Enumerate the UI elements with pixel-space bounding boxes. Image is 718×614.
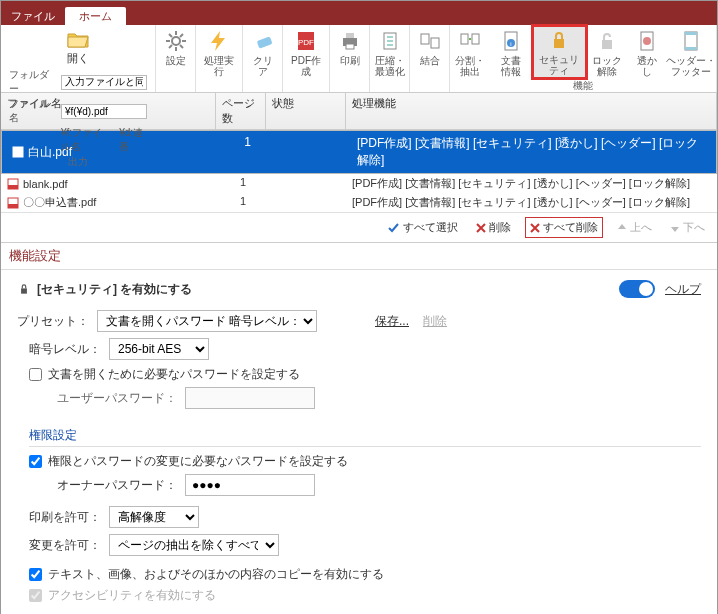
headerfooter-button[interactable]: ヘッダー・ フッター	[667, 25, 716, 79]
watermark-button[interactable]: 透かし	[627, 25, 667, 79]
run-button[interactable]: 処理実行	[196, 25, 243, 92]
preset-delete-link[interactable]: 削除	[423, 313, 447, 330]
run-label: 処理実行	[202, 55, 236, 77]
col-page[interactable]: ページ数	[216, 93, 266, 129]
open-button[interactable]: 開く	[59, 27, 97, 66]
col-status[interactable]: 状態	[266, 93, 346, 129]
svg-rect-36	[21, 288, 27, 293]
col-proc[interactable]: 処理機能	[346, 93, 717, 129]
accessibility-label: アクセシビリティを有効にする	[48, 587, 216, 604]
copy-checkbox[interactable]	[29, 568, 42, 581]
svg-rect-16	[421, 34, 429, 44]
delete-button[interactable]: 削除	[472, 218, 515, 237]
filename-input[interactable]	[61, 104, 147, 119]
unlock-icon	[595, 29, 619, 53]
enable-security-row: [セキュリティ] を有効にする	[17, 281, 192, 298]
filename-label: ファイル名	[9, 97, 57, 125]
compress-label: 圧縮・ 最適化	[375, 55, 405, 77]
table-row[interactable]: 〇〇申込書.pdf1[PDF作成] [文書情報] [セキュリティ] [透かし] …	[1, 193, 717, 212]
move-up-button[interactable]: 上へ	[613, 218, 656, 237]
perm-password-checkbox[interactable]	[29, 455, 42, 468]
split-icon	[458, 29, 482, 53]
preset-label: プリセット：	[17, 313, 89, 330]
security-label: セキュリティ	[537, 54, 582, 76]
eraser-icon	[251, 29, 275, 53]
unlock-label: ロック 解除	[592, 55, 622, 77]
clear-button[interactable]: クリア	[243, 25, 283, 92]
change-allow-select[interactable]: ページの抽出を除くすべての動作	[109, 534, 279, 556]
svg-rect-35	[8, 204, 18, 208]
open-label: 開く	[67, 51, 89, 66]
perm-password-label: 権限とパスワードの変更に必要なパスワードを設定する	[48, 453, 348, 470]
svg-line-5	[169, 34, 172, 37]
file-list-tools: すべて選択 削除 すべて削除 上へ 下へ	[1, 212, 717, 242]
svg-rect-29	[685, 47, 697, 50]
table-row[interactable]: blank.pdf1[PDF作成] [文書情報] [セキュリティ] [透かし] …	[1, 174, 717, 193]
svg-rect-18	[461, 34, 468, 44]
svg-rect-14	[346, 44, 354, 49]
output-label: 出力	[9, 155, 147, 169]
print-allow-label: 印刷を許可：	[29, 509, 101, 526]
compress-icon	[378, 29, 402, 53]
enc-label: 暗号レベル：	[29, 341, 101, 358]
settings-button[interactable]: 設定	[156, 25, 196, 92]
app-window: ファイル ホーム 開く フォルダー ファイル名 ¥f:ファ	[0, 0, 718, 614]
watermark-icon	[635, 29, 659, 53]
open-password-checkbox[interactable]	[29, 368, 42, 381]
preset-save-link[interactable]: 保存...	[375, 313, 409, 330]
enable-security-label: [セキュリティ] を有効にする	[37, 281, 192, 298]
accessibility-checkbox	[29, 589, 42, 602]
section-title: 機能設定	[1, 243, 717, 270]
folder-label: フォルダー	[9, 68, 57, 96]
ribbon-tabs: ファイル ホーム	[1, 7, 717, 25]
user-password-input	[185, 387, 315, 409]
owner-password-input[interactable]	[185, 474, 315, 496]
move-down-button[interactable]: 下へ	[666, 218, 709, 237]
tab-file[interactable]: ファイル	[1, 7, 65, 25]
preset-select[interactable]: 文書を開くパスワード 暗号レベル：高*	[97, 310, 317, 332]
merge-button[interactable]: 結合	[410, 25, 450, 92]
pdfcreate-label: PDF作成	[289, 55, 323, 77]
headerfooter-label: ヘッダー・ フッター	[666, 55, 716, 77]
printer-icon	[338, 29, 362, 53]
svg-rect-9	[256, 36, 272, 48]
delete-all-button[interactable]: すべて削除	[525, 217, 603, 238]
svg-text:PDF: PDF	[298, 38, 314, 47]
pdfcreate-button[interactable]: PDF PDF作成	[283, 25, 330, 92]
enable-security-toggle[interactable]	[619, 280, 655, 298]
filename-hint1: ¥f:ファイル名	[61, 126, 111, 154]
print-label: 印刷	[340, 55, 360, 66]
watermark-label: 透かし	[633, 55, 661, 77]
pdf-file-icon	[7, 178, 19, 190]
svg-rect-24	[602, 40, 612, 49]
print-allow-select[interactable]: 高解像度	[109, 506, 199, 528]
tab-home[interactable]: ホーム	[65, 7, 126, 25]
perm-title: 権限設定	[29, 427, 701, 447]
folder-input[interactable]	[61, 75, 147, 90]
folder-open-icon	[66, 31, 90, 49]
docinfo-button[interactable]: i 文書情報	[490, 25, 532, 79]
split-button[interactable]: 分割・ 抽出	[450, 25, 490, 79]
svg-line-8	[180, 34, 183, 37]
unlock-button[interactable]: ロック 解除	[587, 25, 627, 79]
pdf-icon: PDF	[294, 29, 318, 53]
svg-point-0	[172, 37, 180, 45]
lock-icon	[17, 282, 31, 296]
open-group: 開く フォルダー ファイル名 ¥f:ファイル名 ¥d:連番 出力	[1, 25, 156, 92]
open-fields: フォルダー ファイル名 ¥f:ファイル名 ¥d:連番 出力	[5, 66, 151, 171]
settings-panel: [セキュリティ] を有効にする ヘルプ プリセット： 文書を開くパスワード 暗号…	[1, 270, 717, 614]
enc-select[interactable]: 256-bit AES	[109, 338, 209, 360]
svg-rect-17	[431, 38, 439, 48]
print-button[interactable]: 印刷	[330, 25, 370, 92]
pdf-file-icon	[7, 197, 19, 209]
open-password-label: 文書を開くために必要なパスワードを設定する	[48, 366, 300, 383]
svg-rect-28	[685, 32, 697, 35]
split-label: 分割・ 抽出	[455, 55, 485, 77]
svg-rect-19	[472, 34, 479, 44]
compress-button[interactable]: 圧縮・ 最適化	[370, 25, 410, 92]
ribbon: 開く フォルダー ファイル名 ¥f:ファイル名 ¥d:連番 出力	[1, 25, 717, 93]
merge-icon	[418, 29, 442, 53]
security-button[interactable]: セキュリティ	[532, 25, 587, 79]
help-link[interactable]: ヘルプ	[665, 281, 701, 298]
select-all-button[interactable]: すべて選択	[384, 218, 462, 237]
